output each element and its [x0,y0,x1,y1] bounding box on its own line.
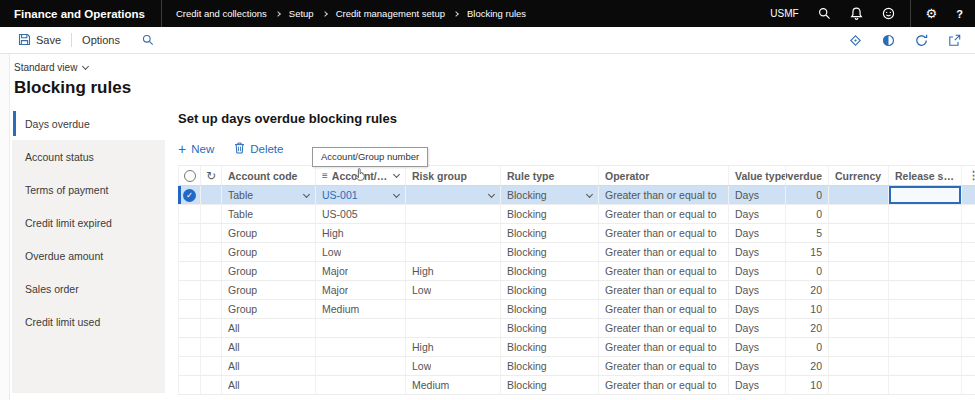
collapsed-nav-strip[interactable] [0,54,10,400]
sidebar-item-credit-limit-used[interactable]: Credit limit used [12,305,165,338]
cell-overdue[interactable]: 0 [786,205,829,223]
cell-account-code[interactable]: Group [222,243,316,261]
cell-operator[interactable]: Greater than or equal to [599,357,729,375]
cell-risk-group[interactable] [406,300,501,318]
options-button[interactable]: Options [74,27,128,53]
dropdown-chevron-icon[interactable] [488,190,495,197]
cell-row-end[interactable] [962,376,975,394]
dropdown-chevron-icon[interactable] [393,190,400,197]
company-selector[interactable]: USMF [770,8,798,19]
cell-account-group-number[interactable]: Major [316,281,406,299]
refresh-icon[interactable] [915,34,928,47]
cell-value-type[interactable]: Days [729,357,786,375]
cell-release-sales-order[interactable] [889,281,962,299]
cell-risk-group[interactable] [406,243,501,261]
cell-operator[interactable]: Greater than or equal to [599,300,729,318]
view-selector[interactable]: Standard view [14,62,88,73]
column-dropdown-chevron-icon[interactable] [393,171,400,178]
grid-row[interactable]: GroupMajorHighBlockingGreater than or eq… [179,262,975,281]
cell-currency[interactable] [829,300,889,318]
sidebar-item-overdue-amount[interactable]: Overdue amount [12,239,165,272]
cell-value-type[interactable]: Days [729,319,786,337]
breadcrumb-item[interactable]: Credit management setup [336,8,445,19]
cell-release-sales-order[interactable] [889,300,962,318]
column-header-release-sales-order[interactable]: Release sales o... [889,166,962,185]
cell-rule-type[interactable]: Blocking [501,319,599,337]
cell-overdue[interactable]: 0 [786,186,829,204]
cell-refresh[interactable] [201,319,222,337]
cell-overdue[interactable]: 15 [786,243,829,261]
cell-refresh[interactable] [201,357,222,375]
grid-row[interactable]: GroupMediumBlockingGreater than or equal… [179,300,975,319]
feedback-smiley-icon[interactable] [882,7,895,20]
cell-risk-group[interactable]: Low [406,281,501,299]
cell-rule-type[interactable]: Blocking [501,357,599,375]
cell-risk-group[interactable]: Low [406,357,501,375]
sidebar-item-account-status[interactable]: Account status [12,140,165,173]
cell-refresh[interactable] [201,224,222,242]
cell-operator[interactable]: Greater than or equal to [599,319,729,337]
dropdown-chevron-icon[interactable] [586,190,593,197]
cell-account-code[interactable]: Group [222,300,316,318]
cell-account-code[interactable]: Table [222,205,316,223]
save-button[interactable]: Save [10,27,69,53]
column-options-more-icon[interactable]: ⋮ [962,166,975,185]
cell-select[interactable] [179,224,201,242]
cell-overdue[interactable]: 10 [786,376,829,394]
cell-select[interactable] [179,243,201,261]
cell-row-end[interactable] [962,281,975,299]
open-in-new-window-icon[interactable] [948,34,961,47]
cell-account-group-number[interactable] [316,338,406,356]
cell-overdue[interactable]: 0 [786,338,829,356]
cell-account-code[interactable]: All [222,319,316,337]
grid-row[interactable]: TableUS-005BlockingGreater than or equal… [179,205,975,224]
cell-account-group-number[interactable] [316,376,406,394]
cell-select[interactable] [179,281,201,299]
cell-value-type[interactable]: Days [729,281,786,299]
cell-select[interactable]: ✓ [179,186,201,204]
grid-row[interactable]: AllHighBlockingGreater than or equal toD… [179,338,975,357]
grid-row[interactable]: AllBlockingGreater than or equal toDays2… [179,319,975,338]
cell-refresh[interactable] [201,243,222,261]
sidebar-item-days-overdue[interactable]: Days overdue [12,107,165,140]
breadcrumb-item[interactable]: Blocking rules [467,8,526,19]
app-title[interactable]: Finance and Operations [14,8,145,20]
column-header-account-group-number[interactable]: ≡ Account/Group nu... [316,166,406,185]
cell-value-type[interactable]: Days [729,262,786,280]
cell-release-sales-order[interactable] [889,205,962,223]
cell-select[interactable] [179,300,201,318]
sidebar-item-sales-order[interactable]: Sales order [12,272,165,305]
side-pane-icon[interactable] [882,34,895,47]
cell-account-group-number[interactable]: Medium [316,300,406,318]
cell-select[interactable] [179,357,201,375]
cell-currency[interactable] [829,357,889,375]
cell-operator[interactable]: Greater than or equal to [599,376,729,394]
dropdown-chevron-icon[interactable] [303,190,310,197]
cell-rule-type[interactable]: Blocking [501,376,599,394]
cell-rule-type[interactable]: Blocking [501,186,599,204]
cell-refresh[interactable] [201,376,222,394]
cell-operator[interactable]: Greater than or equal to [599,243,729,261]
column-header-overdue[interactable]: Overdue [786,166,829,185]
column-header-account-code[interactable]: Account code [222,166,316,185]
cell-row-end[interactable] [962,224,975,242]
cell-release-sales-order[interactable] [889,338,962,356]
cell-account-code[interactable]: Table [222,186,316,204]
cell-currency[interactable] [829,319,889,337]
breadcrumb-item[interactable]: Setup [289,8,314,19]
cell-account-code[interactable]: All [222,376,316,394]
cell-operator[interactable]: Greater than or equal to [599,281,729,299]
cell-value-type[interactable]: Days [729,224,786,242]
cell-rule-type[interactable]: Blocking [501,205,599,223]
cell-currency[interactable] [829,186,889,204]
cell-select[interactable] [179,338,201,356]
cell-risk-group[interactable] [406,224,501,242]
new-button[interactable]: + New [178,143,214,155]
cell-operator[interactable]: Greater than or equal to [599,262,729,280]
cell-account-code[interactable]: All [222,357,316,375]
cell-currency[interactable] [829,281,889,299]
settings-gear-icon[interactable]: ⚙ [926,7,938,20]
cell-refresh[interactable] [201,300,222,318]
cell-select[interactable] [179,262,201,280]
grid-row[interactable]: AllLowBlockingGreater than or equal toDa… [179,357,975,376]
